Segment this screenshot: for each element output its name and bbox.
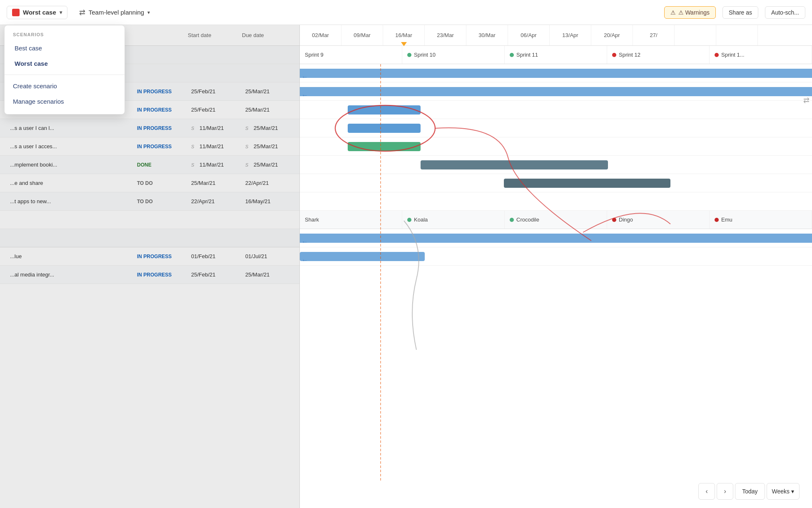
date-23mar: 23/Mar bbox=[425, 25, 466, 45]
gantt-row-4 bbox=[300, 119, 812, 137]
gantt-panel: 02/Mar 09/Mar 16/Mar 23/Mar 30/Mar 06/Ap… bbox=[300, 25, 812, 508]
warnings-button[interactable]: ⚠ ⚠ Warnings bbox=[664, 6, 716, 19]
scenarios-dropdown: SCENARIOS Best case Worst case Create sc… bbox=[4, 25, 125, 115]
gantt-bar-5 bbox=[348, 142, 421, 151]
version-dingo: Dingo bbox=[607, 211, 710, 229]
scenario-best-case[interactable]: Best case bbox=[6, 40, 123, 56]
view-name: Team-level planning bbox=[89, 9, 144, 16]
gantt-bar-9 bbox=[300, 234, 812, 243]
arrow-left-9: ← bbox=[301, 238, 308, 246]
prev-button[interactable]: ‹ bbox=[698, 483, 715, 500]
list-icon: ⇄ bbox=[79, 8, 85, 17]
scenarios-section-label: SCENARIOS bbox=[5, 30, 125, 40]
sprint-labels-row: Sprint 9 Sprint 10 Sprint 11 Sprint 12 S… bbox=[300, 46, 812, 64]
sprint-12-cell: Sprint 12 bbox=[607, 46, 710, 64]
view-selector[interactable]: ⇄ Team-level planning ▾ bbox=[74, 5, 155, 20]
gantt-row-8 bbox=[300, 192, 812, 211]
gantt-row-6 bbox=[300, 156, 812, 174]
view-chevron-icon: ▾ bbox=[147, 10, 150, 15]
sprint-11-cell: Sprint 11 bbox=[505, 46, 607, 64]
version-emu: Emu bbox=[710, 211, 812, 229]
version-koala: Koala bbox=[402, 211, 505, 229]
gantt-bar-1 bbox=[300, 69, 812, 78]
auto-schedule-button[interactable]: Auto-sch... bbox=[765, 6, 805, 19]
task-row[interactable]: ...s a user I acces... IN PROGRESS S 11/… bbox=[0, 137, 299, 156]
task-row[interactable]: ...e and share TO DO 25/Mar/21 22/Apr/21 bbox=[0, 174, 299, 192]
task-row[interactable]: ...al media integr... IN PROGRESS 25/Feb… bbox=[0, 266, 299, 284]
date-27: 27/ bbox=[633, 25, 675, 45]
version-shark-label: Shark bbox=[305, 217, 319, 223]
task-row[interactable]: ...s a user I can l... IN PROGRESS S 11/… bbox=[0, 119, 299, 137]
share-as-label: Share as bbox=[729, 9, 752, 16]
gantt-row-10: ← bbox=[300, 247, 812, 266]
date-extra bbox=[675, 25, 716, 45]
version-emu-label: Emu bbox=[721, 217, 732, 223]
version-crocodile-label: Crocodile bbox=[516, 217, 539, 223]
gantt-row-7 bbox=[300, 174, 812, 192]
sprint-next-label: Sprint 1... bbox=[721, 52, 745, 58]
version-dingo-dot bbox=[612, 218, 616, 222]
gantt-bar-2 bbox=[300, 87, 812, 96]
task-row[interactable]: ...lue IN PROGRESS 01/Feb/21 01/Jul/21 bbox=[0, 247, 299, 266]
version-crocodile: Crocodile bbox=[505, 211, 607, 229]
gantt-bar-4 bbox=[348, 124, 421, 133]
auto-schedule-label: Auto-sch... bbox=[771, 9, 799, 16]
today-button[interactable]: Today bbox=[735, 483, 765, 500]
date-06apr: 06/Apr bbox=[508, 25, 550, 45]
today-line bbox=[380, 64, 381, 481]
chevron-down-icon: ▾ bbox=[60, 10, 62, 15]
gantt-row-9: ← bbox=[300, 229, 812, 247]
task-row[interactable] bbox=[0, 211, 299, 229]
sprint-11-dot bbox=[510, 53, 514, 57]
date-13apr: 13/Apr bbox=[550, 25, 591, 45]
sprint-next-dot bbox=[715, 53, 719, 57]
scenario-worst-case[interactable]: Worst case bbox=[6, 56, 123, 71]
share-as-button[interactable]: Share as bbox=[722, 6, 758, 19]
navigation-bar: ‹ › Today Weeks ▾ bbox=[698, 483, 800, 500]
sprint-12-label: Sprint 12 bbox=[619, 52, 640, 58]
arrow-left-2: ← bbox=[301, 92, 308, 99]
date-02mar: 02/Mar bbox=[300, 25, 341, 45]
date-20apr: 20/Apr bbox=[591, 25, 633, 45]
sprint-next-cell: Sprint 1... bbox=[710, 46, 812, 64]
scenario-icon bbox=[12, 9, 20, 16]
weeks-selector[interactable]: Weeks ▾ bbox=[767, 483, 800, 500]
gantt-row-5 bbox=[300, 137, 812, 156]
scenario-selector[interactable]: Worst case ▾ bbox=[7, 6, 67, 19]
version-koala-label: Koala bbox=[414, 217, 428, 223]
sprint-10-cell: Sprint 10 bbox=[402, 46, 505, 64]
warning-icon: ⚠ bbox=[670, 9, 676, 16]
gantt-bar-7 bbox=[504, 179, 670, 188]
sprint-10-label: Sprint 10 bbox=[414, 52, 436, 58]
arrow-left-1: ← bbox=[301, 73, 308, 81]
sprint-12-dot bbox=[612, 53, 616, 57]
version-labels-row: Shark Koala Crocodile Dingo Emu bbox=[300, 211, 812, 229]
gantt-bar-10 bbox=[300, 252, 425, 261]
sprint-9-cell: Sprint 9 bbox=[300, 46, 402, 64]
gantt-row-3 bbox=[300, 101, 812, 119]
version-crocodile-dot bbox=[510, 218, 514, 222]
today-triangle bbox=[401, 42, 407, 46]
top-bar: Worst case ▾ ⇄ Team-level planning ▾ ⚠ ⚠… bbox=[0, 0, 812, 25]
gantt-bar-3 bbox=[348, 105, 421, 115]
col-due-header: Due date bbox=[242, 32, 296, 38]
sprint-11-label: Sprint 11 bbox=[516, 52, 538, 58]
date-16mar: 16/Mar bbox=[383, 25, 425, 45]
create-scenario-item[interactable]: Create scenario bbox=[5, 78, 125, 94]
version-emu-dot bbox=[715, 218, 719, 222]
task-row[interactable]: ...t apps to new... TO DO 22/Apr/21 16/M… bbox=[0, 192, 299, 211]
sprint-10-dot bbox=[407, 53, 411, 57]
col-start-header: Start date bbox=[188, 32, 242, 38]
date-30mar: 30/Mar bbox=[466, 25, 508, 45]
manage-scenarios-item[interactable]: Manage scenarios bbox=[5, 94, 125, 109]
sprint-9-label: Sprint 9 bbox=[305, 52, 324, 58]
gantt-bar-6 bbox=[421, 160, 608, 169]
version-koala-dot bbox=[407, 218, 411, 222]
version-shark: Shark bbox=[300, 211, 402, 229]
scenario-name: Worst case bbox=[23, 9, 56, 16]
version-dingo-label: Dingo bbox=[619, 217, 633, 223]
task-row[interactable]: ...mplement booki... DONE S 11/Mar/21 S … bbox=[0, 156, 299, 174]
date-09mar: 09/Mar bbox=[341, 25, 383, 45]
date-extra2 bbox=[716, 25, 758, 45]
next-button[interactable]: › bbox=[717, 483, 733, 500]
